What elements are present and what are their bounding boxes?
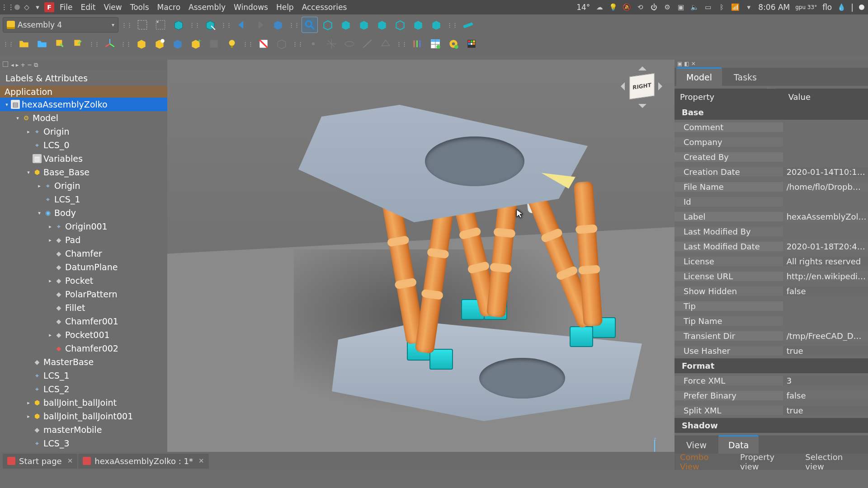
- property-value[interactable]: true: [783, 406, 868, 415]
- battery-icon[interactable]: ▭: [704, 3, 712, 11]
- expand-arrow-icon[interactable]: ▸: [47, 224, 53, 230]
- tree-item[interactable]: ▸◆Pad: [0, 233, 167, 247]
- diamond-icon[interactable]: ◇: [23, 3, 31, 11]
- tree-item[interactable]: ◆MasterBase: [0, 355, 167, 369]
- drop-icon[interactable]: 💧: [837, 3, 845, 11]
- property-group-header[interactable]: Shadow: [675, 418, 868, 433]
- property-table[interactable]: BaseCommentCompanyCreated ByCreation Dat…: [675, 105, 868, 436]
- part-aux-icon[interactable]: [152, 36, 167, 52]
- menu-file[interactable]: File: [57, 2, 75, 13]
- menu-accessories[interactable]: Accessories: [299, 2, 350, 13]
- property-row[interactable]: Force XML3: [675, 373, 868, 388]
- power-icon[interactable]: ⏻: [650, 3, 658, 11]
- part-icon[interactable]: [134, 36, 149, 52]
- col-property[interactable]: Property: [675, 92, 783, 102]
- tree-item[interactable]: ⌖LCS_3: [0, 436, 167, 450]
- expand-arrow-icon[interactable]: ▾: [25, 169, 32, 175]
- property-row[interactable]: File Name/home/flo/Dropb…: [675, 179, 868, 194]
- select-lasso-icon[interactable]: [153, 17, 168, 33]
- property-value[interactable]: 3: [783, 376, 868, 385]
- toolbar-handle[interactable]: ⋮⋮: [288, 22, 299, 28]
- property-row[interactable]: Transient Dir/tmp/FreeCAD_D…: [675, 328, 868, 343]
- tree-item[interactable]: ▥Variables: [0, 152, 167, 165]
- property-row[interactable]: Id: [675, 194, 868, 209]
- close-icon[interactable]: ✕: [67, 457, 73, 465]
- property-group-header[interactable]: Format: [675, 358, 868, 373]
- tree-item[interactable]: ◆DatumPlane: [0, 260, 167, 274]
- chevron-down-icon[interactable]: ▾: [33, 3, 42, 11]
- doctab-start-page[interactable]: Start page ✕: [3, 454, 77, 469]
- property-row[interactable]: Creation Date2020-01-14T10:10…: [675, 164, 868, 179]
- model-tree[interactable]: ▾▤hexaAssemblyZolko▾⚙Model▸⌖Origin⌖LCS_0…: [0, 98, 167, 458]
- settings-gear-icon[interactable]: ⚙: [663, 3, 671, 11]
- spreadsheet-icon[interactable]: [428, 36, 443, 52]
- property-row[interactable]: Company: [675, 135, 868, 150]
- tree-item[interactable]: ▸⬢ballJoint_ballJoint: [0, 396, 167, 409]
- volume-icon[interactable]: 🔈: [690, 3, 698, 11]
- tree-item[interactable]: ⌖LCS_1: [0, 369, 167, 382]
- view-rear-icon[interactable]: [392, 17, 408, 33]
- workbench-selector[interactable]: Assembly 4: [3, 17, 118, 33]
- expand-arrow-icon[interactable]: ▾: [36, 210, 42, 216]
- datum-plane-icon[interactable]: [378, 36, 393, 52]
- tree-item[interactable]: ▾▤hexaAssemblyZolko: [0, 98, 167, 111]
- property-value[interactable]: 2020-01-18T20:4…: [783, 242, 868, 251]
- open-folder-icon[interactable]: [16, 36, 32, 52]
- box-solid-icon[interactable]: [171, 17, 186, 33]
- ghost-cube-icon[interactable]: [274, 36, 289, 52]
- link-cube-icon[interactable]: [270, 17, 286, 33]
- view-left-icon[interactable]: [429, 17, 444, 33]
- toolbar-handle[interactable]: ⋮⋮: [396, 41, 407, 47]
- datum-point-icon[interactable]: [306, 36, 321, 52]
- expand-arrow-icon[interactable]: ▸: [25, 400, 32, 406]
- measure-icon[interactable]: [460, 17, 476, 33]
- menu-edit[interactable]: Edit: [78, 2, 98, 13]
- export-icon[interactable]: [71, 36, 86, 52]
- tree-item[interactable]: ◆Chamfer: [0, 247, 167, 260]
- property-row[interactable]: Tip Name: [675, 314, 868, 328]
- property-value[interactable]: All rights reserved: [783, 257, 868, 266]
- dock-controls[interactable]: ◂ ▸ + − ⧉: [11, 61, 38, 69]
- tree-item[interactable]: ▸◆Pocket: [0, 274, 167, 287]
- property-row[interactable]: LicenseAll rights reserved: [675, 254, 868, 269]
- property-row[interactable]: Use Hashertrue: [675, 343, 868, 358]
- bluetooth-icon[interactable]: ᛒ: [717, 3, 726, 11]
- box-select-icon[interactable]: [203, 17, 218, 33]
- tab-property-view[interactable]: Property view: [735, 450, 800, 473]
- tree-item[interactable]: ▸◆Pocket001: [0, 328, 167, 342]
- app-launcher-icon[interactable]: ⋮⋮: [4, 3, 12, 11]
- sliders-icon[interactable]: [410, 36, 425, 52]
- import-icon[interactable]: [52, 36, 68, 52]
- property-value[interactable]: http://en.wikipedi…: [783, 272, 868, 281]
- property-row[interactable]: License URLhttp://en.wikipedi…: [675, 269, 868, 284]
- menu-assembly[interactable]: Assembly: [186, 2, 228, 13]
- expand-arrow-icon[interactable]: ▸: [47, 332, 53, 338]
- navcube-right-icon[interactable]: [658, 82, 666, 90]
- status-dot-icon[interactable]: [859, 5, 864, 10]
- menu-view[interactable]: View: [101, 2, 124, 13]
- menu-macro[interactable]: Macro: [155, 2, 183, 13]
- datum-line-icon[interactable]: [360, 36, 375, 52]
- balljoint-cube[interactable]: [429, 349, 453, 370]
- property-value[interactable]: hexaAssemblyZol…: [783, 212, 868, 221]
- property-row[interactable]: Last Modified Date2020-01-18T20:4…: [675, 239, 868, 254]
- datum-axes-icon[interactable]: [324, 36, 339, 52]
- close-icon[interactable]: ✕: [198, 457, 204, 465]
- group-icon[interactable]: [170, 36, 185, 52]
- bulb-icon[interactable]: 💡: [609, 3, 617, 11]
- panel-dock-controls[interactable]: ◂ ▸ + − ⧉: [0, 60, 167, 70]
- expand-arrow-icon[interactable]: ▸: [47, 237, 53, 243]
- tree-item[interactable]: ⌖LCS_1: [0, 192, 167, 206]
- property-group-header[interactable]: Base: [675, 105, 868, 120]
- tree-item[interactable]: ◆Chamfer002: [0, 342, 167, 355]
- property-row[interactable]: Tip: [675, 299, 868, 314]
- rubik-icon[interactable]: [464, 36, 479, 52]
- clock[interactable]: 8:06 AM: [758, 3, 790, 12]
- menu-help[interactable]: Help: [274, 2, 297, 13]
- break-link-icon[interactable]: [256, 36, 271, 52]
- property-value[interactable]: false: [783, 286, 868, 296]
- tab-tasks[interactable]: Tasks: [724, 69, 767, 86]
- property-value[interactable]: /home/flo/Dropb…: [783, 182, 868, 192]
- tree-item[interactable]: ▾⬢Base_Base: [0, 165, 167, 179]
- gear-settings-icon[interactable]: [446, 36, 461, 52]
